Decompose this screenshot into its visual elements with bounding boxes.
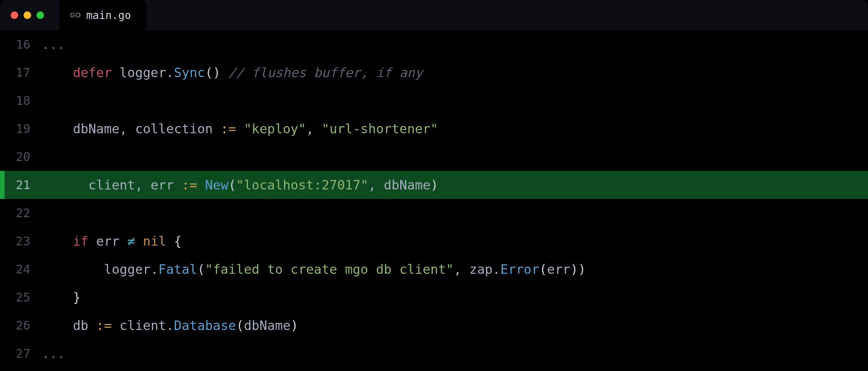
code-line[interactable]: 24 logger.Fatal("failed to create mgo db… xyxy=(0,255,868,283)
comment: // flushes buffer, if any xyxy=(228,65,423,80)
function-call: Fatal xyxy=(158,262,197,277)
line-number: 16 xyxy=(0,30,42,58)
file-tab[interactable]: GO main.go xyxy=(59,0,146,30)
code-editor[interactable]: 16 ... 17 defer logger.Sync() // flushes… xyxy=(0,30,868,368)
line-number: 21 xyxy=(0,171,42,199)
code-line[interactable]: 18 xyxy=(0,87,868,115)
string-literal: "url-shortener" xyxy=(322,121,438,136)
nil-literal: nil xyxy=(143,234,166,249)
identifier: dbName xyxy=(244,318,290,333)
identifier: err xyxy=(151,177,174,193)
code-line[interactable]: 19 dbName, collection := "keploy", "url-… xyxy=(0,115,868,143)
operator: ≠ xyxy=(127,234,135,249)
function-call: Error xyxy=(500,262,539,277)
indent xyxy=(42,234,73,249)
highlight-strip xyxy=(0,171,5,199)
identifier: dbName xyxy=(73,121,120,136)
line-number: 18 xyxy=(0,87,42,115)
identifier: logger xyxy=(120,65,166,80)
line-number: 24 xyxy=(0,255,42,283)
identifier: zap xyxy=(469,262,492,277)
minimize-icon[interactable] xyxy=(24,11,31,19)
indent xyxy=(42,121,73,136)
identifier: collection xyxy=(135,121,213,136)
code-line[interactable]: 20 xyxy=(0,143,868,171)
function-call: New xyxy=(205,177,228,193)
keyword: defer xyxy=(73,65,112,80)
fold-ellipsis[interactable]: ... xyxy=(42,37,65,52)
code-line-highlighted[interactable]: 21 client, err := New("localhost:27017",… xyxy=(0,171,868,199)
code-line[interactable]: 16 ... xyxy=(0,30,868,58)
identifier: err xyxy=(547,262,570,277)
line-number: 17 xyxy=(0,58,42,87)
operator: := xyxy=(96,318,112,333)
line-number: 25 xyxy=(0,283,42,311)
code-line[interactable]: 26 db := client.Database(dbName) xyxy=(0,311,868,339)
identifier: client xyxy=(120,318,166,333)
indent xyxy=(42,65,73,80)
indent xyxy=(42,177,88,193)
titlebar: GO main.go xyxy=(0,0,868,30)
indent xyxy=(42,318,73,333)
identifier: client xyxy=(88,177,135,193)
string-literal: "failed to create mgo db client" xyxy=(205,262,454,277)
code-line[interactable]: 27 ... xyxy=(0,339,868,368)
editor-window: GO main.go 16 ... 17 defer logger.Sync()… xyxy=(0,0,868,371)
keyword: if xyxy=(73,234,88,249)
line-number: 22 xyxy=(0,199,42,227)
line-number: 27 xyxy=(0,339,42,368)
fold-ellipsis[interactable]: ... xyxy=(42,346,65,361)
code-line[interactable]: 17 defer logger.Sync() // flushes buffer… xyxy=(0,58,868,87)
indent xyxy=(42,262,104,277)
code-line[interactable]: 22 xyxy=(0,199,868,227)
identifier: db xyxy=(73,318,88,333)
code-line[interactable]: 25 } xyxy=(0,283,868,311)
identifier: dbName xyxy=(384,177,431,193)
string-literal: "keploy" xyxy=(244,121,306,136)
indent xyxy=(42,290,73,305)
operator: := xyxy=(182,177,197,193)
go-language-icon: GO xyxy=(70,11,81,19)
identifier: logger xyxy=(104,262,151,277)
operator: := xyxy=(221,121,236,136)
line-number: 26 xyxy=(0,311,42,339)
window-controls xyxy=(0,11,59,19)
close-icon[interactable] xyxy=(11,11,18,19)
identifier: err xyxy=(96,234,119,249)
function-call: Database xyxy=(174,318,236,333)
line-number: 19 xyxy=(0,115,42,143)
zoom-icon[interactable] xyxy=(36,11,44,19)
line-number: 23 xyxy=(0,227,42,255)
function-call: Sync xyxy=(174,65,205,80)
tab-title: main.go xyxy=(86,9,131,22)
line-number: 20 xyxy=(0,143,42,171)
code-line[interactable]: 23 if err ≠ nil { xyxy=(0,227,868,255)
string-literal: "localhost:27017" xyxy=(236,177,368,193)
